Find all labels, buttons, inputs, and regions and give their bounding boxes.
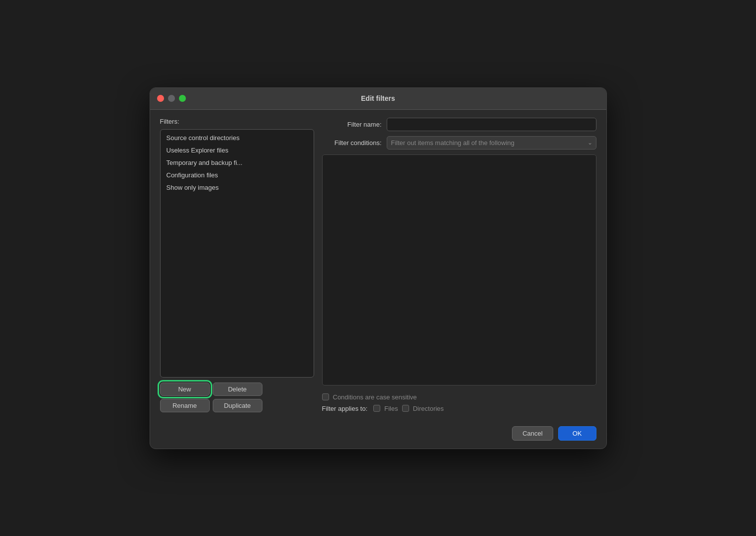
minimize-button[interactable] <box>168 95 175 102</box>
titlebar: Edit filters <box>150 88 606 110</box>
left-panel: Filters: Source control directories Usel… <box>160 118 314 412</box>
filter-applies-label: Filter applies to: <box>322 405 368 412</box>
new-button[interactable]: New <box>160 383 210 396</box>
filter-name-row: Filter name: <box>322 118 596 131</box>
case-sensitive-row: Conditions are case sensitive <box>322 393 596 401</box>
dialog-title: Edit filters <box>361 94 395 102</box>
dialog-footer: Cancel OK <box>150 420 606 449</box>
filters-label: Filters: <box>160 118 314 125</box>
rename-button[interactable]: Rename <box>160 399 210 412</box>
cancel-button[interactable]: Cancel <box>512 426 553 441</box>
filter-conditions-select[interactable]: Filter out items matching all of the fol… <box>387 136 596 150</box>
filter-name-label: Filter name: <box>322 121 382 128</box>
dialog-body: Filters: Source control directories Usel… <box>150 110 606 420</box>
ok-button[interactable]: OK <box>558 426 596 441</box>
delete-button[interactable]: Delete <box>213 383 262 396</box>
list-item[interactable]: Show only images <box>161 181 314 194</box>
case-sensitive-checkbox[interactable] <box>322 393 329 400</box>
case-sensitive-label: Conditions are case sensitive <box>333 393 417 401</box>
directories-checkbox[interactable] <box>402 405 409 412</box>
conditions-area <box>322 154 596 385</box>
filter-conditions-row: Filter conditions: Filter out items matc… <box>322 136 596 150</box>
duplicate-button[interactable]: Duplicate <box>213 399 262 412</box>
bottom-options: Conditions are case sensitive Filter app… <box>322 393 596 412</box>
list-buttons: New Delete Rename Duplicate <box>160 383 314 412</box>
filter-conditions-select-wrapper: Filter out items matching all of the fol… <box>387 136 596 150</box>
list-item[interactable]: Temporary and backup fi... <box>161 156 314 169</box>
right-panel: Filter name: Filter conditions: Filter o… <box>322 118 596 412</box>
edit-filters-dialog: Edit filters Filters: Source control dir… <box>150 87 607 449</box>
list-item[interactable]: Source control directories <box>161 132 314 144</box>
traffic-lights <box>157 95 186 102</box>
filter-conditions-label: Filter conditions: <box>322 139 382 147</box>
list-item[interactable]: Configuration files <box>161 169 314 181</box>
directories-label: Directories <box>413 405 444 412</box>
files-label: Files <box>384 405 398 412</box>
list-item[interactable]: Useless Explorer files <box>161 144 314 156</box>
maximize-button[interactable] <box>179 95 186 102</box>
filters-list[interactable]: Source control directories Useless Explo… <box>160 129 314 378</box>
close-button[interactable] <box>157 95 164 102</box>
filter-applies-row: Filter applies to: Files Directories <box>322 405 596 412</box>
files-checkbox[interactable] <box>373 405 380 412</box>
filter-name-input[interactable] <box>387 118 596 131</box>
